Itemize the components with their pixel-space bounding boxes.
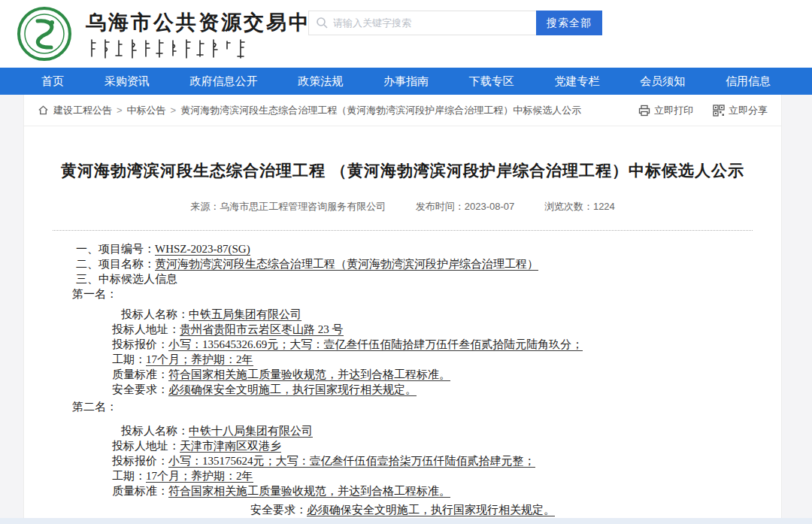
- qr-code-icon: [713, 104, 725, 117]
- field-value: 符合国家相关施工质量验收规范，并达到合格工程标准。: [168, 368, 450, 381]
- meta-published: 发布时间：2023-08-07: [416, 201, 515, 212]
- breadcrumb: 建设工程公告>中标公告>黄河海勃湾滨河段生态综合治理工程（黄河海勃湾滨河段护岸综…: [53, 104, 581, 117]
- print-button[interactable]: 立即打印: [638, 104, 693, 117]
- site-header: 乌海市公共资源交易中心: [0, 0, 812, 68]
- nav-item[interactable]: 信用信息: [726, 74, 771, 89]
- field-value: 中铁五局集团有限公司: [189, 308, 301, 321]
- breadcrumb-current: 黄河海勃湾滨河段生态综合治理工程（黄河海勃湾滨河段护岸综合治理工程）中标候选人公…: [180, 104, 581, 117]
- article-line: 投标人名称：中铁五局集团有限公司: [121, 307, 781, 322]
- article-line: 投标报价：小写：135175624元；大写：壹亿叁仟伍佰壹拾柒万伍仟陆佰贰拾肆元…: [112, 453, 781, 468]
- breadcrumb-tools: 立即打印 立即分享: [638, 104, 768, 117]
- field-value: WHSZ-2023-87(SG): [155, 243, 250, 256]
- field-value: 黄河海勃湾滨河段生态综合治理工程（黄河海勃湾滨河段护岸综合治理工程）: [155, 258, 538, 271]
- field-label: 投标人名称：: [121, 425, 189, 437]
- search-area: 搜索全部: [308, 11, 602, 35]
- breadcrumb-bar: 建设工程公告>中标公告>黄河海勃湾滨河段生态综合治理工程（黄河海勃湾滨河段护岸综…: [24, 95, 781, 126]
- article-line: 投标人地址：贵州省贵阳市云岩区枣山路 23 号: [112, 322, 781, 337]
- field-label: 质量标准：: [112, 485, 168, 497]
- nav-item[interactable]: 采购资讯: [105, 74, 150, 89]
- article-line: 第一名：: [72, 286, 781, 301]
- field-value: 17个月；养护期：2年: [146, 470, 253, 483]
- nav-item[interactable]: 政策法规: [298, 74, 343, 89]
- share-button[interactable]: 立即分享: [713, 104, 768, 117]
- divider: [53, 230, 753, 231]
- article-line: 安全要求：必须确保安全文明施工，执行国家现行相关规定。: [112, 382, 781, 397]
- field-label: 一、项目编号：: [76, 243, 155, 255]
- article-line: 二、项目名称：黄河海勃湾滨河段生态综合治理工程（黄河海勃湾滨河段护岸综合治理工程…: [76, 256, 781, 271]
- search-icon: [316, 17, 328, 29]
- article-line: 第二名：: [72, 399, 781, 414]
- breadcrumb-separator: >: [171, 104, 177, 116]
- field-value: 小写：135175624元；大写：壹亿叁仟伍佰壹拾柒万伍仟陆佰贰拾肆元整；: [168, 455, 535, 468]
- nav-item[interactable]: 党建专栏: [555, 74, 600, 89]
- field-label: 投标人名称：: [121, 308, 189, 320]
- field-value: 天津市津南区双港乡: [180, 440, 281, 453]
- article-line: 投标人名称：中铁十八局集团有限公司: [121, 423, 781, 438]
- article: 黄河海勃湾滨河段生态综合治理工程 （黄河海勃湾滨河段护岸综合治理工程）中标候选人…: [24, 126, 781, 517]
- field-label: 安全要求：: [112, 383, 168, 395]
- brand-block: 乌海市公共资源交易中心: [86, 9, 334, 62]
- article-line: 投标人地址：天津市津南区双港乡: [112, 438, 781, 453]
- field-label: 投标报价：: [112, 455, 168, 467]
- print-label: 立即打印: [654, 104, 693, 117]
- printer-icon: [638, 104, 650, 117]
- field-label: 三、中标候选人信息: [76, 273, 177, 285]
- nav-item[interactable]: 下载专区: [469, 74, 514, 89]
- field-label: 投标报价：: [112, 338, 168, 350]
- field-label: 质量标准：: [112, 368, 168, 380]
- article-line: 工期：17个月；养护期：2年: [112, 468, 781, 483]
- site-title: 乌海市公共资源交易中心: [86, 9, 334, 36]
- field-value: 符合国家相关施工质量验收规范，并达到合格工程标准。: [168, 485, 450, 498]
- field-label: 二、项目名称：: [76, 258, 155, 270]
- meta-views: 浏览次数：1224: [544, 201, 615, 212]
- article-line: 三、中标候选人信息: [76, 271, 781, 286]
- field-value: 17个月；养护期：2年: [146, 353, 253, 366]
- breadcrumb-link[interactable]: 中标公告: [127, 104, 166, 117]
- article-line: 一、项目编号：WHSZ-2023-87(SG): [76, 241, 781, 256]
- nav-item[interactable]: 首页: [41, 74, 64, 89]
- article-line: 投标报价：小写：135645326.69元；大写：壹亿叁仟伍佰陆拾肆万伍仟叁佰贰…: [112, 337, 781, 352]
- field-label: 工期：: [112, 470, 146, 482]
- search-all-button[interactable]: 搜索全部: [536, 11, 602, 35]
- nav-item[interactable]: 办事指南: [383, 74, 429, 89]
- field-value: 贵州省贵阳市云岩区枣山路 23 号: [180, 323, 344, 336]
- share-label: 立即分享: [729, 104, 768, 117]
- mongolian-script: [86, 38, 266, 59]
- article-line: 安全要求：必须确保安全文明施工，执行国家现行相关规定。: [24, 502, 781, 517]
- main-nav: 首页采购资讯政府信息公开政策法规办事指南下载专区党建专栏会员须知信用信息: [0, 68, 812, 95]
- meta-source: 来源：乌海市思正工程管理咨询服务有限公司: [190, 201, 386, 212]
- nav-item[interactable]: 政府信息公开: [190, 74, 258, 89]
- field-label: 投标人地址：: [112, 440, 180, 452]
- field-value: 必须确保安全文明施工，执行国家现行相关规定。: [307, 504, 555, 516]
- search-input[interactable]: [308, 11, 536, 35]
- nav-item[interactable]: 会员须知: [640, 74, 685, 89]
- article-body: 一、项目编号：WHSZ-2023-87(SG)二、项目名称：黄河海勃湾滨河段生态…: [24, 241, 781, 517]
- page-title: 黄河海勃湾滨河段生态综合治理工程 （黄河海勃湾滨河段护岸综合治理工程）中标候选人…: [24, 159, 781, 182]
- field-value: 中铁十八局集团有限公司: [189, 425, 313, 438]
- field-label: 第二名：: [72, 401, 117, 413]
- field-label: 投标人地址：: [112, 323, 180, 335]
- site-logo: [17, 6, 72, 62]
- field-value: 小写：135645326.69元；大写：壹亿叁仟伍佰陆拾肆万伍仟叁佰贰拾陆元陆角…: [168, 338, 583, 351]
- article-meta: 来源：乌海市思正工程管理咨询服务有限公司 发布时间：2023-08-07 浏览次…: [24, 200, 781, 214]
- field-value: 必须确保安全文明施工，执行国家现行相关规定。: [168, 383, 417, 396]
- article-line: 质量标准：符合国家相关施工质量验收规范，并达到合格工程标准。: [112, 483, 781, 498]
- field-label: 第一名：: [72, 288, 117, 300]
- article-line: 工期：17个月；养护期：2年: [112, 352, 781, 367]
- content-card: 建设工程公告>中标公告>黄河海勃湾滨河段生态综合治理工程（黄河海勃湾滨河段护岸综…: [23, 95, 782, 518]
- field-label: 安全要求：: [250, 504, 307, 516]
- bottom-strip: [0, 518, 812, 524]
- breadcrumb-link[interactable]: 建设工程公告: [53, 104, 112, 117]
- breadcrumb-separator: >: [117, 104, 123, 116]
- article-line: 质量标准：符合国家相关施工质量验收规范，并达到合格工程标准。: [112, 367, 781, 382]
- field-label: 工期：: [112, 353, 146, 365]
- home-icon: [38, 104, 49, 116]
